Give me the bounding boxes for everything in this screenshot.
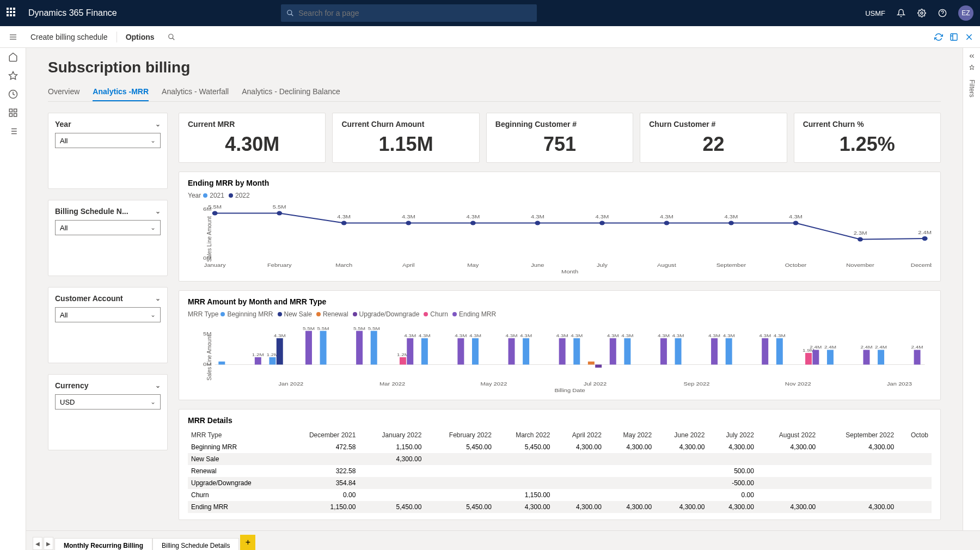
bar[interactable] (559, 338, 566, 364)
col-header[interactable]: MRR Type (188, 429, 283, 441)
table-row[interactable]: New Sale4,300.00 (188, 453, 932, 465)
legend-item[interactable]: Upgrade/Downgrade (353, 310, 420, 318)
popout-icon[interactable] (950, 33, 958, 41)
bar[interactable] (914, 350, 921, 365)
tab-analytics-waterfall[interactable]: Analytics - Waterfall (162, 83, 229, 101)
col-header[interactable]: June 2022 (655, 429, 708, 441)
bar[interactable] (827, 350, 834, 365)
legend-item[interactable]: New Sale (278, 310, 312, 318)
bar[interactable] (762, 338, 768, 364)
avatar[interactable]: EZ (958, 5, 973, 21)
next-tab-icon[interactable]: ▶ (44, 537, 53, 550)
bar[interactable] (573, 338, 580, 364)
bar[interactable] (610, 338, 616, 364)
data-point[interactable] (535, 221, 540, 225)
options-button[interactable]: Options (121, 30, 159, 44)
pin-icon[interactable] (969, 64, 975, 71)
kpi-beginning-customer-[interactable]: Beginning Customer #751 (486, 113, 633, 163)
collapse-icon[interactable] (968, 52, 976, 60)
filter-select[interactable]: All⌄ (55, 307, 161, 322)
help-icon[interactable] (938, 8, 947, 18)
bar[interactable] (218, 362, 225, 365)
legend-item[interactable]: Ending MRR (452, 310, 496, 318)
filter-select[interactable]: All⌄ (55, 220, 161, 235)
table-row[interactable]: Churn0.001,150.000.00 (188, 489, 932, 501)
bar[interactable] (277, 338, 283, 364)
data-point[interactable] (664, 221, 669, 225)
bar[interactable] (371, 331, 377, 365)
table-row[interactable]: Upgrade/Downgrade354.84-500.00 (188, 477, 932, 489)
star-icon[interactable] (8, 71, 18, 81)
filter-select[interactable]: USD⌄ (55, 394, 161, 410)
legend-item[interactable]: 2022 (229, 192, 250, 199)
table-row[interactable]: Ending MRR1,150.005,450.005,450.004,300.… (188, 501, 932, 513)
app-launcher-icon[interactable] (7, 8, 17, 19)
kpi-churn-customer-[interactable]: Churn Customer #22 (640, 113, 787, 163)
tab-overview[interactable]: Overview (48, 83, 79, 101)
close-icon[interactable] (965, 33, 973, 41)
search-box[interactable] (281, 4, 537, 22)
create-billing-button[interactable]: Create billing schedule (26, 30, 112, 44)
bar[interactable] (320, 331, 327, 365)
filter-title[interactable]: Currency⌄ (55, 381, 161, 390)
bar[interactable] (421, 338, 428, 364)
gear-icon[interactable] (917, 8, 927, 18)
home-icon[interactable] (8, 52, 18, 62)
filter-select[interactable]: All⌄ (55, 133, 161, 148)
search-icon[interactable] (168, 33, 175, 41)
col-header[interactable]: September 2022 (819, 429, 897, 441)
col-header[interactable]: May 2022 (605, 429, 655, 441)
kpi-current-churn-[interactable]: Current Churn %1.25% (794, 113, 941, 163)
data-point[interactable] (341, 221, 347, 225)
bar[interactable] (509, 338, 515, 364)
filter-title[interactable]: Billing Schedule N...⌄ (55, 207, 161, 216)
bar[interactable] (356, 331, 363, 365)
bar[interactable] (472, 338, 479, 364)
data-point[interactable] (277, 211, 282, 216)
bar[interactable] (660, 338, 667, 364)
chart-body[interactable]: Sales Line Amount 5M0M1.2M1.2M4.3M5.5M5.… (188, 322, 932, 393)
col-header[interactable]: March 2022 (495, 429, 554, 441)
bottom-tab[interactable]: Billing Schedule Details (152, 538, 239, 550)
hamburger-icon[interactable] (9, 33, 17, 41)
data-point[interactable] (857, 237, 863, 242)
legend-item[interactable]: 2021 (203, 192, 224, 199)
bar[interactable] (588, 362, 595, 365)
company-label[interactable]: USMF (865, 9, 885, 17)
kpi-current-churn-amount[interactable]: Current Churn Amount1.15M (332, 113, 479, 163)
col-header[interactable]: April 2022 (554, 429, 605, 441)
bar[interactable] (269, 357, 275, 365)
bar[interactable] (407, 338, 413, 364)
data-point[interactable] (212, 211, 218, 216)
col-header[interactable]: December 2021 (283, 429, 359, 441)
col-header[interactable]: February 2022 (425, 429, 495, 441)
data-point[interactable] (728, 221, 734, 225)
data-point[interactable] (793, 221, 799, 225)
col-header[interactable]: January 2022 (359, 429, 425, 441)
filters-label[interactable]: Filters (968, 80, 976, 97)
bar[interactable] (624, 338, 630, 364)
bar[interactable] (711, 338, 718, 364)
bar[interactable] (878, 350, 884, 365)
filter-title[interactable]: Year⌄ (55, 120, 161, 129)
bar[interactable] (863, 350, 869, 365)
bar[interactable] (726, 338, 732, 364)
tab-analytics-mrr[interactable]: Analytics -MRR (93, 83, 149, 101)
data-point[interactable] (599, 221, 605, 225)
chart-body[interactable]: Sales Line Amount 6M0M5.5M5.5M4.3M4.3M4.… (188, 204, 932, 274)
data-point[interactable] (470, 221, 476, 225)
col-header[interactable]: July 2022 (708, 429, 757, 441)
col-header[interactable]: Octob (897, 429, 932, 441)
tab-analytics-declining-balance[interactable]: Analytics - Declining Balance (242, 83, 340, 101)
bar[interactable] (400, 357, 406, 365)
clock-icon[interactable] (8, 89, 18, 99)
bar[interactable] (523, 338, 529, 364)
bar[interactable] (812, 350, 819, 365)
search-input[interactable] (298, 9, 531, 17)
bar[interactable] (776, 338, 783, 364)
bar[interactable] (255, 357, 261, 365)
legend-item[interactable]: Beginning MRR (220, 310, 273, 318)
bell-icon[interactable] (896, 8, 906, 18)
bar[interactable] (305, 331, 312, 365)
bar[interactable] (805, 353, 812, 364)
